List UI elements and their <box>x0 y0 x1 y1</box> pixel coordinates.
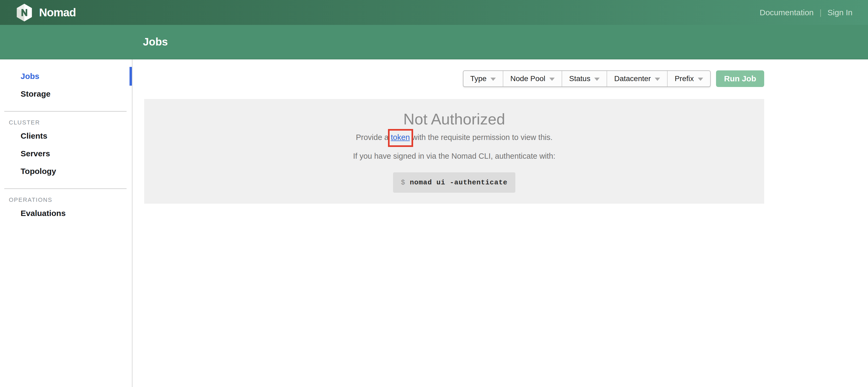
filter-group: Type Node Pool Status Datacenter <box>463 70 711 87</box>
sidebar: Jobs Storage CLUSTER Clients Servers Top… <box>0 59 132 387</box>
sidebar-item-jobs[interactable]: Jobs <box>0 67 132 85</box>
filter-datacenter-dropdown[interactable]: Datacenter <box>607 71 668 86</box>
cli-hint-text: If you have signed in via the Nomad CLI,… <box>144 152 764 160</box>
brand-name: Nomad <box>39 6 76 19</box>
chevron-down-icon <box>698 78 703 81</box>
not-authorized-panel: Not Authorized Provide a token with the … <box>144 99 764 204</box>
brand[interactable]: Nomad <box>16 4 76 22</box>
nomad-logo-icon <box>16 4 33 22</box>
filter-type-dropdown[interactable]: Type <box>463 71 503 86</box>
nav-divider: | <box>819 8 822 17</box>
main-content: Type Node Pool Status Datacenter <box>132 59 868 387</box>
sidebar-item-storage[interactable]: Storage <box>0 85 132 103</box>
page-title: Jobs <box>143 36 168 48</box>
chevron-down-icon <box>655 78 660 81</box>
sidebar-divider <box>4 111 127 112</box>
toolbar: Type Node Pool Status Datacenter <box>144 70 764 87</box>
sidebar-section-cluster: CLUSTER <box>9 119 132 126</box>
run-job-button[interactable]: Run Job <box>716 70 764 87</box>
message-suffix: with the requisite permission to view th… <box>410 133 553 142</box>
sidebar-item-evaluations[interactable]: Evaluations <box>0 205 132 222</box>
top-nav-links: Documentation | Sign In <box>760 8 852 17</box>
token-link-wrapper: token <box>391 133 410 142</box>
sidebar-item-clients[interactable]: Clients <box>0 127 132 145</box>
page-header: Jobs <box>0 25 868 59</box>
message-prefix: Provide a <box>356 133 391 142</box>
chevron-down-icon <box>594 78 600 81</box>
sidebar-item-servers[interactable]: Servers <box>0 145 132 162</box>
filter-type-label: Type <box>470 75 487 83</box>
filter-status-label: Status <box>569 75 590 83</box>
sidebar-item-topology[interactable]: Topology <box>0 162 132 180</box>
chevron-down-icon <box>491 78 496 81</box>
token-link[interactable]: token <box>391 133 410 142</box>
cli-command-code: $ nomad ui -authenticate <box>393 172 515 193</box>
filter-prefix-label: Prefix <box>675 75 694 83</box>
not-authorized-message: Provide a token with the requisite permi… <box>144 133 764 142</box>
sidebar-divider <box>4 188 127 189</box>
filter-node-pool-dropdown[interactable]: Node Pool <box>503 71 562 86</box>
filter-status-dropdown[interactable]: Status <box>562 71 607 86</box>
sign-in-link[interactable]: Sign In <box>828 8 852 17</box>
filter-node-pool-label: Node Pool <box>510 75 545 83</box>
documentation-link[interactable]: Documentation <box>760 8 814 17</box>
top-nav-bar: Nomad Documentation | Sign In <box>0 0 868 25</box>
chevron-down-icon <box>549 78 555 81</box>
sidebar-section-operations: OPERATIONS <box>9 197 132 203</box>
not-authorized-title: Not Authorized <box>144 111 764 127</box>
shell-prompt: $ <box>401 179 405 186</box>
filter-datacenter-label: Datacenter <box>614 75 651 83</box>
filter-prefix-dropdown[interactable]: Prefix <box>668 71 710 86</box>
cli-command: nomad ui -authenticate <box>410 179 507 186</box>
